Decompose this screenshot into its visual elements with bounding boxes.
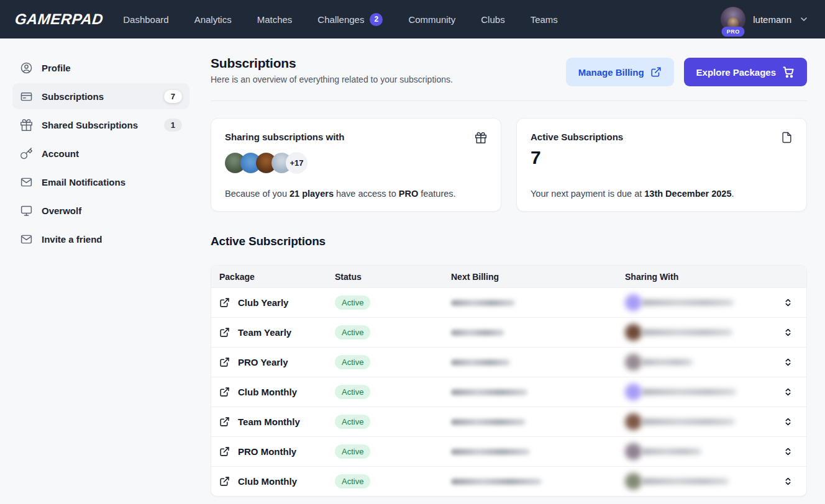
redacted-player-name: [642, 330, 732, 335]
active-subscriptions-card: Active Subscriptions 7 Your next payment…: [516, 118, 807, 212]
redacted-player-avatar: [625, 354, 642, 371]
status-badge: Active: [335, 385, 370, 399]
chevron-down-icon: [799, 14, 809, 24]
package-name: PRO Yearly: [238, 357, 288, 367]
nav-clubs-label: Clubs: [481, 14, 504, 25]
page-header: Subscriptions Here is an overview of eve…: [211, 56, 807, 86]
explore-packages-button[interactable]: Explore Packages: [684, 58, 807, 86]
sharing-subscriptions-card: Sharing subscriptions with +17 Because o…: [211, 118, 501, 212]
page-title: Subscriptions: [211, 56, 453, 71]
package-name: Team Yearly: [238, 327, 291, 338]
redacted-player-avatar: [625, 294, 642, 311]
sidebar-item-overwolf[interactable]: Overwolf: [12, 197, 189, 223]
status-badge: Active: [335, 325, 370, 340]
user-menu[interactable]: PRO lutemann: [721, 7, 809, 32]
user-avatar: PRO: [721, 7, 745, 32]
redacted-billing-date: [451, 449, 530, 455]
active-card-title: Active Subscriptions: [531, 132, 623, 142]
brand-logo[interactable]: GAMERPAD: [14, 11, 104, 28]
column-header-package: Package: [219, 272, 335, 282]
credit-card-icon: [20, 90, 33, 103]
unfold-rows-icon[interactable]: [783, 358, 793, 367]
external-link-icon: [650, 66, 662, 78]
username: lutemann: [753, 14, 791, 25]
sidebar-item-label: Subscriptions: [42, 91, 104, 102]
unfold-rows-icon[interactable]: [783, 477, 793, 486]
sidebar-item-email-notifications[interactable]: Email Notifications: [12, 169, 189, 195]
nav-challenges[interactable]: Challenges 2: [317, 13, 383, 26]
external-link-icon[interactable]: [219, 297, 230, 308]
sidebar-item-label: Email Notifications: [42, 177, 125, 187]
nav-teams[interactable]: Teams: [531, 14, 558, 25]
sidebar-item-label: Profile: [42, 63, 71, 73]
nav-matches[interactable]: Matches: [257, 14, 293, 25]
redacted-billing-date: [451, 330, 504, 336]
nav-community[interactable]: Community: [408, 14, 455, 25]
external-link-icon[interactable]: [219, 327, 230, 338]
unfold-rows-icon[interactable]: [783, 387, 793, 397]
manage-billing-button[interactable]: Manage Billing: [566, 58, 674, 86]
redacted-player-name: [642, 449, 701, 454]
sidebar-item-subscriptions[interactable]: Subscriptions 7: [12, 83, 189, 109]
file-icon: [781, 132, 793, 143]
sidebar-item-label: Overwolf: [42, 205, 81, 216]
table-row[interactable]: Team Monthly Active: [211, 407, 806, 436]
sidebar-item-label: Account: [42, 148, 79, 159]
monitor-icon: [20, 204, 33, 217]
sharing-card-text: Because of you 21 players have access to…: [225, 189, 487, 199]
redacted-player-name: [642, 479, 729, 484]
external-link-icon[interactable]: [219, 387, 230, 397]
nav-matches-label: Matches: [257, 14, 293, 25]
nav-teams-label: Teams: [531, 14, 558, 25]
sidebar-item-profile[interactable]: Profile: [12, 55, 189, 81]
subscriptions-table: Package Status Next Billing Sharing With…: [211, 265, 807, 497]
main-nav: Dashboard Analytics Matches Challenges 2…: [123, 13, 558, 26]
external-link-icon[interactable]: [219, 446, 230, 457]
nav-analytics-label: Analytics: [194, 14, 232, 25]
sidebar-item-shared-subscriptions[interactable]: Shared Subscriptions 1: [12, 112, 189, 138]
table-row[interactable]: PRO Monthly Active: [211, 436, 806, 466]
sidebar-item-invite-a-friend[interactable]: Invite a friend: [12, 226, 189, 252]
sidebar-item-account[interactable]: Account: [12, 140, 189, 166]
table-section-title: Active Subscriptions: [211, 235, 807, 248]
external-link-icon[interactable]: [219, 476, 230, 487]
table-row[interactable]: Team Yearly Active: [211, 317, 806, 347]
status-badge: Active: [335, 295, 370, 310]
unfold-rows-icon[interactable]: [783, 298, 793, 307]
explore-packages-label: Explore Packages: [696, 67, 776, 78]
package-name: Club Monthly: [238, 476, 297, 487]
unfold-rows-icon[interactable]: [783, 417, 793, 426]
table-header-row: Package Status Next Billing Sharing With: [211, 266, 806, 287]
unfold-rows-icon[interactable]: [783, 328, 793, 337]
unfold-rows-icon[interactable]: [783, 447, 793, 456]
redacted-player-avatar: [625, 384, 642, 400]
external-link-icon[interactable]: [219, 357, 230, 367]
table-row[interactable]: Club Monthly Active: [211, 377, 806, 407]
shared-subscriptions-count-badge: 1: [164, 119, 182, 132]
sidebar: Profile Subscriptions 7 Shared Subscript…: [0, 38, 205, 504]
table-row[interactable]: Club Yearly Active: [211, 287, 806, 317]
nav-analytics[interactable]: Analytics: [194, 14, 232, 25]
key-icon: [20, 147, 33, 160]
sharing-card-title: Sharing subscriptions with: [225, 132, 345, 142]
redacted-billing-date: [451, 300, 515, 306]
redacted-player-avatar: [625, 473, 642, 490]
header-actions: Manage Billing Explore Packages: [566, 58, 807, 86]
sidebar-item-label: Invite a friend: [42, 234, 103, 245]
shared-players-avatars[interactable]: +17: [225, 152, 487, 174]
redacted-player-name: [642, 300, 734, 305]
redacted-billing-date: [451, 419, 526, 425]
subscriptions-count-badge: 7: [164, 90, 182, 103]
package-name: Club Yearly: [238, 297, 288, 308]
manage-billing-label: Manage Billing: [578, 67, 644, 78]
nav-clubs[interactable]: Clubs: [481, 14, 504, 25]
user-circle-icon: [20, 61, 33, 74]
table-row[interactable]: PRO Yearly Active: [211, 347, 806, 377]
nav-community-label: Community: [408, 14, 455, 25]
nav-dashboard[interactable]: Dashboard: [123, 14, 168, 25]
table-row[interactable]: Club Monthly Active: [211, 466, 806, 496]
column-header-status: Status: [335, 272, 451, 282]
external-link-icon[interactable]: [219, 416, 230, 427]
redacted-player-avatar: [625, 324, 642, 341]
gift-icon: [20, 119, 33, 132]
